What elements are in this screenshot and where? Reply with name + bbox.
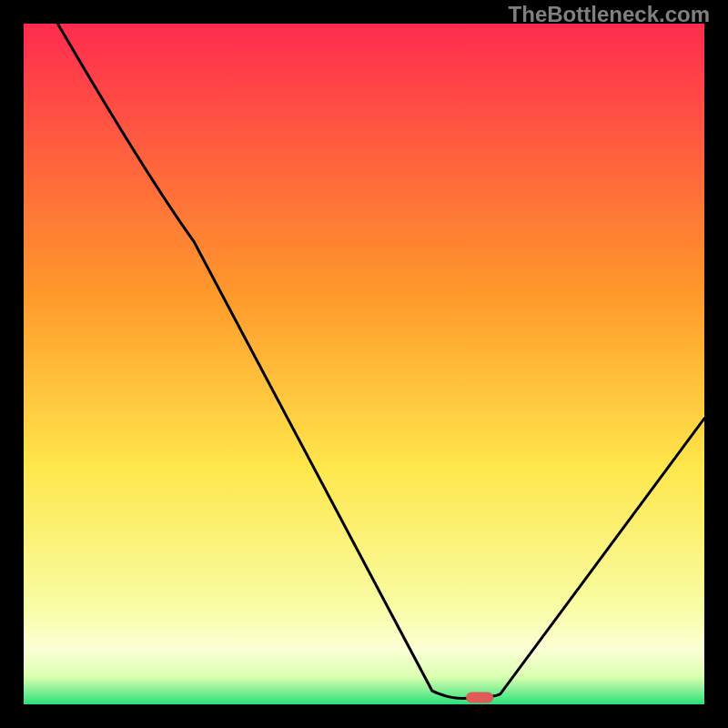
- optimal-marker: [466, 693, 493, 703]
- chart-plot-area: [24, 24, 704, 704]
- chart-svg: [24, 24, 704, 704]
- watermark-text: TheBottleneck.com: [509, 2, 710, 27]
- gradient-background: [24, 24, 704, 704]
